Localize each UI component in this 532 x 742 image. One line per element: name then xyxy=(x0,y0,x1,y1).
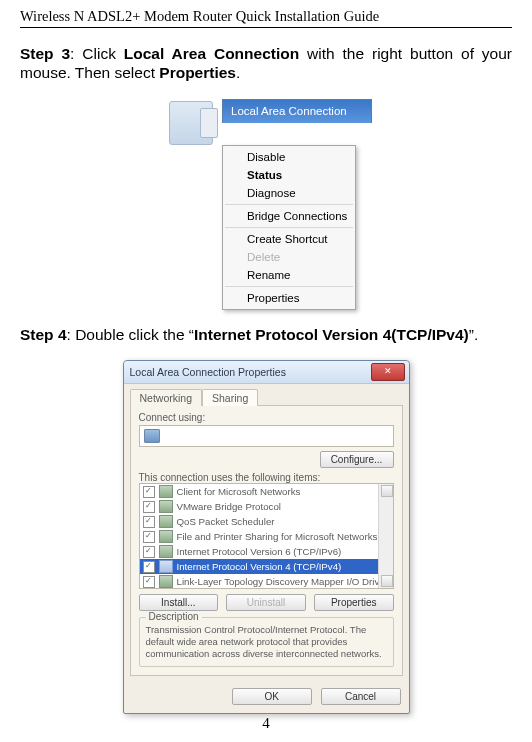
dialog-titlebar[interactable]: Local Area Connection Properties ✕ xyxy=(124,361,409,384)
step4-pre: : Double click the “ xyxy=(67,326,195,343)
figure-1: Local Area Connection Disable Status Dia… xyxy=(160,99,372,310)
nic-icon xyxy=(144,429,160,443)
step4-ipv4: Internet Protocol Version 4(TCP/IPv4) xyxy=(194,326,469,343)
menu-item-disable[interactable]: Disable xyxy=(223,148,355,166)
menu-item-bridge[interactable]: Bridge Connections xyxy=(223,207,355,225)
list-item[interactable]: ✓Internet Protocol Version 6 (TCP/IPv6) xyxy=(140,544,393,559)
component-icon xyxy=(159,500,173,513)
description-label: Description xyxy=(146,611,202,622)
dialog-panel: Connect using: Configure... This connect… xyxy=(130,405,403,676)
component-icon xyxy=(159,530,173,543)
step3-label: Step 3 xyxy=(20,45,70,62)
figure-2-wrap: Local Area Connection Properties ✕ Netwo… xyxy=(20,360,512,714)
checkbox-icon[interactable]: ✓ xyxy=(143,501,155,513)
step3-end: . xyxy=(236,64,240,81)
properties-dialog: Local Area Connection Properties ✕ Netwo… xyxy=(123,360,410,714)
figure-1-wrap: Local Area Connection Disable Status Dia… xyxy=(20,99,512,310)
list-item-label: VMware Bridge Protocol xyxy=(177,501,281,512)
step3-pre: : Click xyxy=(70,45,124,62)
checkbox-icon[interactable]: ✓ xyxy=(143,561,155,573)
dialog-title-text: Local Area Connection Properties xyxy=(130,366,286,378)
menu-item-rename[interactable]: Rename xyxy=(223,266,355,284)
menu-item-create-shortcut[interactable]: Create Shortcut xyxy=(223,230,355,248)
properties-button[interactable]: Properties xyxy=(314,594,394,611)
checkbox-icon[interactable]: ✓ xyxy=(143,531,155,543)
step3-paragraph: Step 3: Click Local Area Connection with… xyxy=(20,44,512,84)
ok-button[interactable]: OK xyxy=(232,688,312,705)
menu-item-status[interactable]: Status xyxy=(223,166,355,184)
context-menu: Disable Status Diagnose Bridge Connectio… xyxy=(222,145,356,310)
component-icon xyxy=(159,485,173,498)
checkbox-icon[interactable]: ✓ xyxy=(143,516,155,528)
uninstall-button: Uninstall xyxy=(226,594,306,611)
uses-items-label: This connection uses the following items… xyxy=(139,472,394,483)
install-button[interactable]: Install... xyxy=(139,594,219,611)
tab-sharing[interactable]: Sharing xyxy=(202,389,258,406)
list-item-label: Internet Protocol Version 4 (TCP/IPv4) xyxy=(177,561,342,572)
tab-networking[interactable]: Networking xyxy=(130,389,203,406)
close-button[interactable]: ✕ xyxy=(371,363,405,381)
description-group: Description Transmission Control Protoco… xyxy=(139,617,394,667)
description-text: Transmission Control Protocol/Internet P… xyxy=(146,624,387,660)
lac-header-text: Local Area Connection xyxy=(231,105,347,117)
list-item[interactable]: ✓Client for Microsoft Networks xyxy=(140,484,393,499)
lac-selection-header[interactable]: Local Area Connection xyxy=(222,99,372,123)
cancel-button[interactable]: Cancel xyxy=(321,688,401,705)
menu-item-properties[interactable]: Properties xyxy=(223,289,355,307)
list-item-label: Internet Protocol Version 6 (TCP/IPv6) xyxy=(177,546,342,557)
configure-button[interactable]: Configure... xyxy=(320,451,394,468)
page-number: 4 xyxy=(0,715,532,732)
list-item-label: QoS Packet Scheduler xyxy=(177,516,275,527)
list-item-selected[interactable]: ✓Internet Protocol Version 4 (TCP/IPv4) xyxy=(140,559,393,574)
menu-item-delete: Delete xyxy=(223,248,355,266)
list-item-label: Link-Layer Topology Discovery Mapper I/O… xyxy=(177,576,388,587)
dialog-tabs: Networking Sharing xyxy=(124,384,409,405)
list-item-label: File and Printer Sharing for Microsoft N… xyxy=(177,531,378,542)
list-item-label: Client for Microsoft Networks xyxy=(177,486,301,497)
menu-item-diagnose[interactable]: Diagnose xyxy=(223,184,355,202)
step3-lac: Local Area Connection xyxy=(124,45,299,62)
step3-props: Properties xyxy=(159,64,236,81)
components-list[interactable]: ✓Client for Microsoft Networks ✓VMware B… xyxy=(139,483,394,589)
step4-label: Step 4 xyxy=(20,326,67,343)
connect-using-label: Connect using: xyxy=(139,412,394,423)
vertical-scrollbar[interactable] xyxy=(378,484,393,588)
adapter-field[interactable] xyxy=(139,425,394,447)
menu-separator xyxy=(225,204,353,205)
component-icon xyxy=(159,575,173,588)
list-item[interactable]: ✓Link-Layer Topology Discovery Mapper I/… xyxy=(140,574,393,589)
list-item[interactable]: ✓File and Printer Sharing for Microsoft … xyxy=(140,529,393,544)
network-adapter-icon xyxy=(169,101,213,145)
running-header: Wireless N ADSL2+ Modem Router Quick Ins… xyxy=(20,8,512,28)
checkbox-icon[interactable]: ✓ xyxy=(143,576,155,588)
component-icon xyxy=(159,515,173,528)
checkbox-icon[interactable]: ✓ xyxy=(143,486,155,498)
step4-end: ”. xyxy=(469,326,478,343)
lac-icon-block xyxy=(160,99,222,145)
step4-paragraph: Step 4: Double click the “Internet Proto… xyxy=(20,325,512,345)
menu-separator xyxy=(225,227,353,228)
menu-separator xyxy=(225,286,353,287)
list-item[interactable]: ✓QoS Packet Scheduler xyxy=(140,514,393,529)
checkbox-icon[interactable]: ✓ xyxy=(143,546,155,558)
component-icon xyxy=(159,560,173,573)
component-icon xyxy=(159,545,173,558)
list-item[interactable]: ✓VMware Bridge Protocol xyxy=(140,499,393,514)
